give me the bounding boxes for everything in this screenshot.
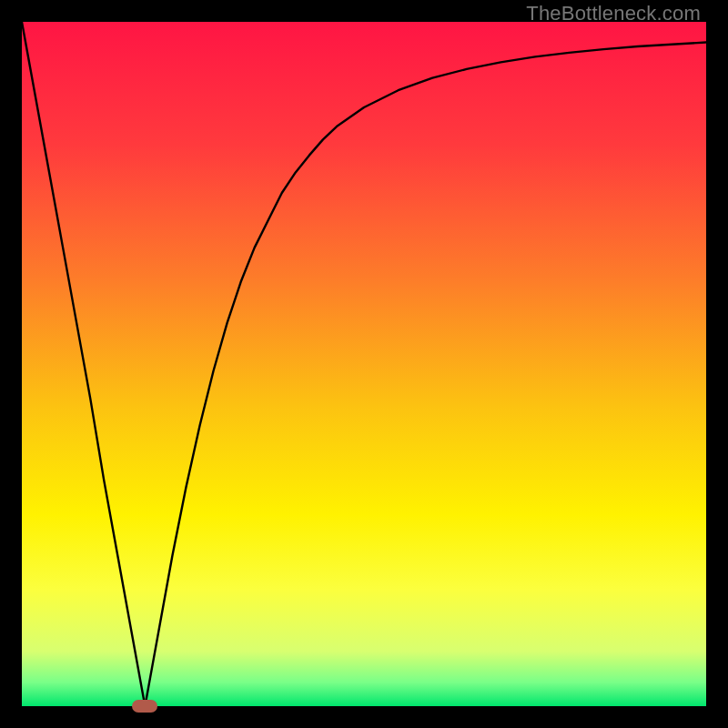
gradient-background [22, 22, 706, 706]
chart-frame [22, 22, 706, 706]
optimal-point-marker [132, 700, 157, 713]
watermark-text: TheBottleneck.com [526, 2, 701, 25]
bottleneck-curve-chart [22, 22, 706, 706]
